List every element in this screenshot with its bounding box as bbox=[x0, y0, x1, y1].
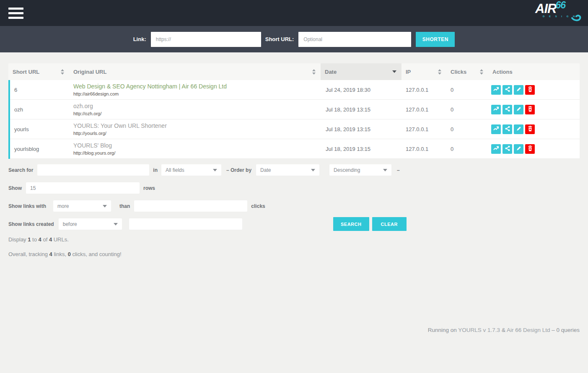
original-url-cell: Web Design & SEO Agency Nottingham | Air… bbox=[69, 80, 321, 99]
order-by-label: – Order by bbox=[226, 167, 251, 173]
footer-yourls-link[interactable]: YOURLS v 1.7.3 bbox=[458, 327, 500, 333]
short-url-cell: yourls bbox=[10, 119, 69, 139]
delete-button[interactable] bbox=[525, 105, 535, 114]
menu-hamburger-icon[interactable] bbox=[8, 8, 23, 19]
clicks-comparison-select[interactable]: more bbox=[53, 200, 111, 212]
share-icon bbox=[505, 86, 510, 93]
share-button[interactable] bbox=[503, 85, 512, 95]
clear-button[interactable]: CLEAR bbox=[372, 217, 407, 231]
edit-button[interactable] bbox=[514, 124, 523, 134]
share-icon bbox=[505, 106, 510, 113]
show-label: Show bbox=[8, 185, 22, 191]
edit-button[interactable] bbox=[514, 144, 523, 154]
column-header-short-url[interactable]: Short URL bbox=[8, 63, 69, 80]
show-links-with-label: Show links with bbox=[8, 203, 46, 209]
search-input[interactable] bbox=[37, 164, 149, 176]
short-url-cell: yourlsblog bbox=[10, 139, 69, 158]
sort-icon bbox=[438, 69, 441, 75]
overall-tracking-text: Overall, tracking 4 links, 0 clicks, and… bbox=[8, 251, 580, 257]
table-row: yourlsblogYOURLS' Bloghttp://blog.yours.… bbox=[10, 139, 580, 159]
original-url-text: http://yourls.org/ bbox=[73, 131, 106, 136]
actions-cell bbox=[488, 119, 580, 139]
than-label: than bbox=[119, 203, 130, 209]
display-count-text: Display 1 to 4 of 4 URLs. bbox=[8, 236, 580, 243]
show-rows-row: Show rows bbox=[8, 182, 580, 194]
stats-button[interactable] bbox=[491, 144, 501, 154]
show-rows-input[interactable] bbox=[26, 182, 140, 194]
clicks-cell: 0 bbox=[446, 139, 488, 158]
pencil-icon bbox=[516, 86, 522, 93]
edit-button[interactable] bbox=[514, 105, 523, 114]
ip-cell: 127.0.0.1 bbox=[401, 80, 446, 99]
air66-logo: AIR66 D E S I G N bbox=[535, 1, 581, 25]
trash-icon bbox=[527, 126, 533, 133]
date-cell: Jul 18, 2019 13:15 bbox=[321, 119, 401, 139]
links-created-row: Show links created before SEARCH CLEAR bbox=[8, 218, 580, 230]
delete-button[interactable] bbox=[525, 144, 535, 154]
original-url-text: http://blog.yours.org/ bbox=[73, 150, 115, 155]
column-header-actions: Actions bbox=[488, 63, 580, 80]
trash-icon bbox=[527, 145, 533, 153]
short-url-label: Short URL: bbox=[265, 36, 294, 42]
original-url-link[interactable]: YOURLS' Blog bbox=[73, 142, 112, 150]
show-links-created-label: Show links created bbox=[8, 221, 54, 227]
share-button[interactable] bbox=[503, 124, 512, 134]
sort-icon bbox=[480, 69, 483, 75]
search-button[interactable]: SEARCH bbox=[333, 217, 369, 231]
sort-desc-icon bbox=[392, 70, 396, 73]
in-label: in bbox=[153, 167, 158, 173]
original-url-cell: ozh.orghttp://ozh.org/ bbox=[69, 100, 321, 119]
chevron-down-icon bbox=[213, 169, 217, 171]
share-button[interactable] bbox=[503, 105, 512, 114]
column-header-original-url[interactable]: Original URL bbox=[69, 63, 321, 80]
pencil-icon bbox=[516, 126, 522, 133]
share-button[interactable] bbox=[503, 144, 512, 154]
footer: Running on YOURLS v 1.7.3 & Air 66 Desig… bbox=[8, 327, 580, 333]
stats-button[interactable] bbox=[491, 105, 501, 114]
delete-button[interactable] bbox=[525, 85, 535, 95]
table-body: 6Web Design & SEO Agency Nottingham | Ai… bbox=[8, 80, 580, 159]
short-url-input[interactable] bbox=[298, 32, 411, 47]
actions-cell bbox=[488, 80, 580, 99]
footer-air66-link[interactable]: Air 66 Design Ltd bbox=[507, 327, 550, 333]
chevron-down-icon bbox=[114, 223, 118, 225]
column-header-ip[interactable]: IP bbox=[401, 63, 446, 80]
order-direction-select[interactable]: Descending bbox=[329, 164, 391, 176]
original-url-link[interactable]: Web Design & SEO Agency Nottingham | Air… bbox=[73, 83, 227, 91]
created-date-input[interactable] bbox=[129, 218, 242, 230]
clicks-cell: 0 bbox=[446, 119, 488, 139]
edit-button[interactable] bbox=[514, 85, 523, 95]
original-url-text: http://air66design.com bbox=[73, 91, 119, 96]
order-by-select[interactable]: Date bbox=[256, 164, 319, 176]
trash-icon bbox=[527, 86, 533, 93]
footer-queries: – 0 queries bbox=[550, 327, 580, 333]
ip-cell: 127.0.0.1 bbox=[401, 119, 446, 139]
clicks-threshold-input[interactable] bbox=[134, 200, 247, 212]
logo-text-air: AIR bbox=[535, 1, 556, 16]
links-table: Short URL Original URL Date IP Clicks Ac… bbox=[8, 63, 580, 159]
stats-button[interactable] bbox=[491, 124, 501, 134]
date-cell: Jul 18, 2019 13:15 bbox=[321, 139, 401, 158]
short-url-cell: 6 bbox=[10, 80, 69, 99]
chevron-down-icon bbox=[311, 169, 315, 171]
trending-up-icon bbox=[493, 106, 499, 113]
actions-cell bbox=[488, 139, 580, 158]
short-url-cell: ozh bbox=[10, 100, 69, 119]
created-comparison-select[interactable]: before bbox=[59, 218, 122, 230]
search-row: Search for in All fields – Order by Date… bbox=[8, 164, 580, 176]
table-row: ozhozh.orghttp://ozh.org/Jul 18, 2019 13… bbox=[10, 100, 580, 119]
shorten-button[interactable]: SHORTEN bbox=[416, 32, 455, 47]
column-header-clicks[interactable]: Clicks bbox=[446, 63, 488, 80]
footer-running-on: Running on bbox=[428, 327, 458, 333]
stats-button[interactable] bbox=[491, 85, 501, 95]
column-header-date[interactable]: Date bbox=[321, 63, 401, 80]
trending-up-icon bbox=[493, 125, 499, 133]
delete-button[interactable] bbox=[525, 124, 535, 134]
search-in-select[interactable]: All fields bbox=[161, 164, 221, 176]
pencil-icon bbox=[516, 106, 522, 113]
link-input[interactable] bbox=[151, 32, 261, 47]
original-url-link[interactable]: YOURLS: Your Own URL Shortener bbox=[73, 122, 167, 130]
original-url-link[interactable]: ozh.org bbox=[73, 103, 93, 110]
share-icon bbox=[505, 126, 510, 133]
table-row: 6Web Design & SEO Agency Nottingham | Ai… bbox=[10, 80, 580, 100]
